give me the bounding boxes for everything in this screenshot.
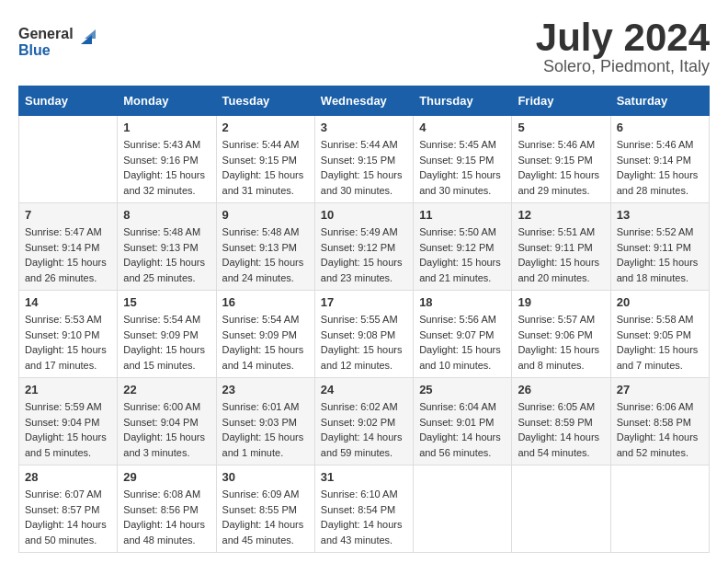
calendar-day-cell: 1Sunrise: 5:43 AMSunset: 9:16 PMDaylight… — [118, 116, 216, 203]
page-header: General Blue July 2024 Solero, Piedmont,… — [18, 18, 710, 76]
calendar-day-cell: 31Sunrise: 6:10 AMSunset: 8:54 PMDayligh… — [314, 465, 413, 553]
calendar-day-cell — [610, 465, 709, 553]
day-info: Sunrise: 6:09 AMSunset: 8:55 PMDaylight:… — [222, 487, 309, 547]
day-info: Sunrise: 5:48 AMSunset: 9:13 PMDaylight:… — [123, 224, 210, 285]
day-number: 8 — [123, 208, 210, 222]
location-title: Solero, Piedmont, Italy — [536, 57, 710, 76]
day-number: 12 — [518, 208, 604, 222]
day-info: Sunrise: 6:10 AMSunset: 8:54 PMDaylight:… — [321, 487, 407, 547]
day-number: 11 — [419, 208, 506, 222]
day-info: Sunrise: 5:55 AMSunset: 9:08 PMDaylight:… — [321, 312, 407, 373]
calendar-week-row: 21Sunrise: 5:59 AMSunset: 9:04 PMDayligh… — [19, 378, 710, 465]
logo: General Blue — [18, 18, 110, 68]
day-number: 18 — [419, 295, 506, 309]
day-number: 4 — [419, 121, 506, 134]
day-number: 27 — [617, 383, 703, 396]
day-number: 16 — [222, 295, 309, 309]
day-info: Sunrise: 5:53 AMSunset: 9:10 PMDaylight:… — [25, 312, 111, 373]
day-number: 20 — [617, 295, 703, 309]
title-section: July 2024 Solero, Piedmont, Italy — [536, 18, 710, 76]
calendar-day-cell: 16Sunrise: 5:54 AMSunset: 9:09 PMDayligh… — [216, 291, 314, 378]
day-info: Sunrise: 5:43 AMSunset: 9:16 PMDaylight:… — [123, 137, 210, 198]
calendar-day-header: Monday — [118, 86, 216, 116]
calendar-day-cell — [19, 116, 118, 203]
day-info: Sunrise: 6:00 AMSunset: 9:04 PMDaylight:… — [123, 399, 210, 460]
day-info: Sunrise: 5:59 AMSunset: 9:04 PMDaylight:… — [25, 399, 111, 460]
calendar-week-row: 1Sunrise: 5:43 AMSunset: 9:16 PMDaylight… — [19, 116, 710, 203]
calendar-day-header: Wednesday — [314, 86, 413, 116]
calendar-day-cell: 26Sunrise: 6:05 AMSunset: 8:59 PMDayligh… — [512, 378, 610, 465]
day-info: Sunrise: 5:51 AMSunset: 9:11 PMDaylight:… — [518, 224, 604, 285]
calendar-week-row: 7Sunrise: 5:47 AMSunset: 9:14 PMDaylight… — [19, 203, 710, 291]
day-number: 9 — [222, 208, 309, 222]
day-info: Sunrise: 6:05 AMSunset: 8:59 PMDaylight:… — [518, 399, 604, 460]
day-info: Sunrise: 5:57 AMSunset: 9:06 PMDaylight:… — [518, 312, 604, 373]
day-number: 2 — [222, 121, 309, 134]
calendar-day-cell: 9Sunrise: 5:48 AMSunset: 9:13 PMDaylight… — [216, 203, 314, 291]
day-number: 24 — [321, 383, 407, 396]
day-info: Sunrise: 5:48 AMSunset: 9:13 PMDaylight:… — [222, 224, 309, 285]
day-info: Sunrise: 6:08 AMSunset: 8:56 PMDaylight:… — [123, 487, 210, 547]
day-number: 21 — [25, 383, 111, 396]
calendar-day-header: Friday — [512, 86, 610, 116]
day-number: 28 — [25, 470, 111, 484]
calendar-day-cell: 13Sunrise: 5:52 AMSunset: 9:11 PMDayligh… — [610, 203, 709, 291]
day-info: Sunrise: 6:06 AMSunset: 8:58 PMDaylight:… — [617, 399, 703, 460]
day-number: 15 — [123, 295, 210, 309]
day-info: Sunrise: 5:45 AMSunset: 9:15 PMDaylight:… — [419, 137, 506, 198]
day-info: Sunrise: 5:44 AMSunset: 9:15 PMDaylight:… — [321, 137, 407, 198]
calendar-day-cell: 12Sunrise: 5:51 AMSunset: 9:11 PMDayligh… — [512, 203, 610, 291]
calendar-day-cell: 18Sunrise: 5:56 AMSunset: 9:07 PMDayligh… — [414, 291, 512, 378]
day-info: Sunrise: 5:47 AMSunset: 9:14 PMDaylight:… — [25, 224, 111, 285]
day-number: 5 — [518, 121, 604, 134]
calendar-day-cell: 17Sunrise: 5:55 AMSunset: 9:08 PMDayligh… — [314, 291, 413, 378]
day-info: Sunrise: 6:01 AMSunset: 9:03 PMDaylight:… — [222, 399, 309, 460]
calendar-week-row: 14Sunrise: 5:53 AMSunset: 9:10 PMDayligh… — [19, 291, 710, 378]
day-number: 30 — [222, 470, 309, 484]
day-number: 23 — [222, 383, 309, 396]
calendar-day-cell: 7Sunrise: 5:47 AMSunset: 9:14 PMDaylight… — [19, 203, 118, 291]
day-info: Sunrise: 5:50 AMSunset: 9:12 PMDaylight:… — [419, 224, 506, 285]
day-info: Sunrise: 5:56 AMSunset: 9:07 PMDaylight:… — [419, 312, 506, 373]
day-number: 17 — [321, 295, 407, 309]
calendar-day-header: Sunday — [19, 86, 118, 116]
day-info: Sunrise: 6:07 AMSunset: 8:57 PMDaylight:… — [25, 487, 111, 547]
calendar-day-cell: 15Sunrise: 5:54 AMSunset: 9:09 PMDayligh… — [118, 291, 216, 378]
day-number: 29 — [123, 470, 210, 484]
logo-text: General Blue — [18, 18, 110, 68]
calendar-table: SundayMondayTuesdayWednesdayThursdayFrid… — [18, 86, 710, 553]
calendar-day-cell: 8Sunrise: 5:48 AMSunset: 9:13 PMDaylight… — [118, 203, 216, 291]
calendar-day-cell: 28Sunrise: 6:07 AMSunset: 8:57 PMDayligh… — [19, 465, 118, 553]
day-info: Sunrise: 5:54 AMSunset: 9:09 PMDaylight:… — [123, 312, 210, 373]
calendar-day-header: Tuesday — [216, 86, 314, 116]
day-number: 22 — [123, 383, 210, 396]
calendar-day-cell: 14Sunrise: 5:53 AMSunset: 9:10 PMDayligh… — [19, 291, 118, 378]
calendar-day-cell: 27Sunrise: 6:06 AMSunset: 8:58 PMDayligh… — [610, 378, 709, 465]
calendar-day-cell — [414, 465, 512, 553]
month-title: July 2024 — [536, 18, 710, 57]
calendar-day-cell: 30Sunrise: 6:09 AMSunset: 8:55 PMDayligh… — [216, 465, 314, 553]
calendar-day-cell: 19Sunrise: 5:57 AMSunset: 9:06 PMDayligh… — [512, 291, 610, 378]
calendar-header-row: SundayMondayTuesdayWednesdayThursdayFrid… — [19, 86, 710, 116]
day-number: 25 — [419, 383, 506, 396]
calendar-week-row: 28Sunrise: 6:07 AMSunset: 8:57 PMDayligh… — [19, 465, 710, 553]
calendar-day-cell: 25Sunrise: 6:04 AMSunset: 9:01 PMDayligh… — [414, 378, 512, 465]
calendar-day-cell: 11Sunrise: 5:50 AMSunset: 9:12 PMDayligh… — [414, 203, 512, 291]
day-info: Sunrise: 5:52 AMSunset: 9:11 PMDaylight:… — [617, 224, 703, 285]
day-info: Sunrise: 5:54 AMSunset: 9:09 PMDaylight:… — [222, 312, 309, 373]
calendar-day-cell: 23Sunrise: 6:01 AMSunset: 9:03 PMDayligh… — [216, 378, 314, 465]
day-number: 26 — [518, 383, 604, 396]
calendar-day-cell: 2Sunrise: 5:44 AMSunset: 9:15 PMDaylight… — [216, 116, 314, 203]
day-number: 3 — [321, 121, 407, 134]
calendar-day-cell: 3Sunrise: 5:44 AMSunset: 9:15 PMDaylight… — [314, 116, 413, 203]
svg-text:Blue: Blue — [18, 42, 51, 58]
calendar-day-cell: 5Sunrise: 5:46 AMSunset: 9:15 PMDaylight… — [512, 116, 610, 203]
day-number: 7 — [25, 208, 111, 222]
day-number: 31 — [321, 470, 407, 484]
day-info: Sunrise: 6:04 AMSunset: 9:01 PMDaylight:… — [419, 399, 506, 460]
calendar-day-cell: 29Sunrise: 6:08 AMSunset: 8:56 PMDayligh… — [118, 465, 216, 553]
svg-marker-3 — [85, 29, 96, 39]
calendar-day-cell: 20Sunrise: 5:58 AMSunset: 9:05 PMDayligh… — [610, 291, 709, 378]
day-number: 10 — [321, 208, 407, 222]
calendar-day-cell: 22Sunrise: 6:00 AMSunset: 9:04 PMDayligh… — [118, 378, 216, 465]
